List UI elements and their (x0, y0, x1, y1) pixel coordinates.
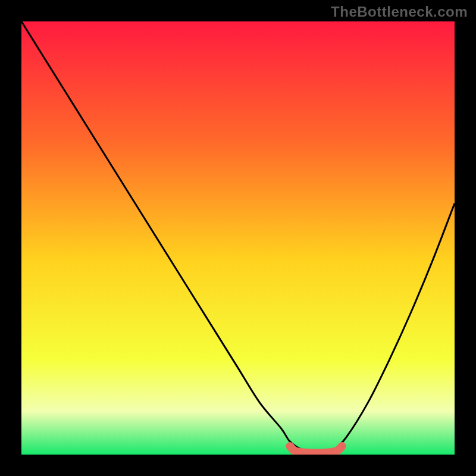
bottleneck-chart (0, 0, 476, 476)
watermark-text: TheBottleneck.com (331, 4, 468, 20)
plot-background (21, 21, 455, 455)
chart-container: TheBottleneck.com (0, 0, 476, 476)
